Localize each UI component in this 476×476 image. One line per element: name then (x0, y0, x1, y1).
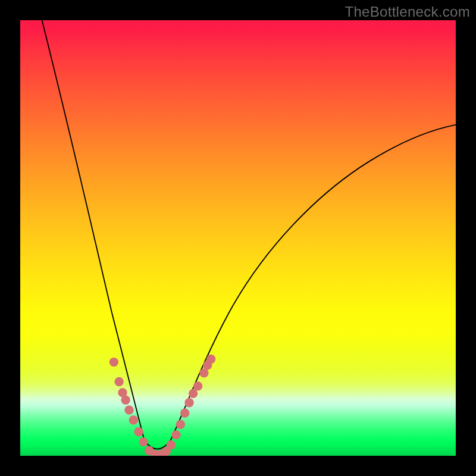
curve-marker (109, 358, 118, 367)
curve-marker (114, 377, 123, 386)
curve-marker (124, 405, 133, 414)
curve-marker (199, 368, 208, 377)
curve-marker (180, 409, 189, 418)
chart-frame: TheBottleneck.com (0, 0, 476, 476)
marker-group (109, 355, 216, 456)
curve-marker (121, 396, 130, 405)
bottleneck-curve (42, 20, 456, 449)
curve-marker (129, 415, 138, 424)
curve-marker (171, 430, 180, 439)
chart-svg (20, 20, 456, 456)
curve-marker (167, 440, 176, 449)
curve-marker (193, 381, 202, 390)
curve-group (42, 20, 456, 449)
curve-marker (139, 437, 148, 446)
watermark-text: TheBottleneck.com (345, 4, 470, 20)
curve-marker (134, 427, 143, 436)
chart-plot-area (20, 20, 456, 456)
curve-marker (184, 398, 193, 407)
curve-marker (176, 420, 185, 429)
curve-marker (206, 355, 215, 364)
